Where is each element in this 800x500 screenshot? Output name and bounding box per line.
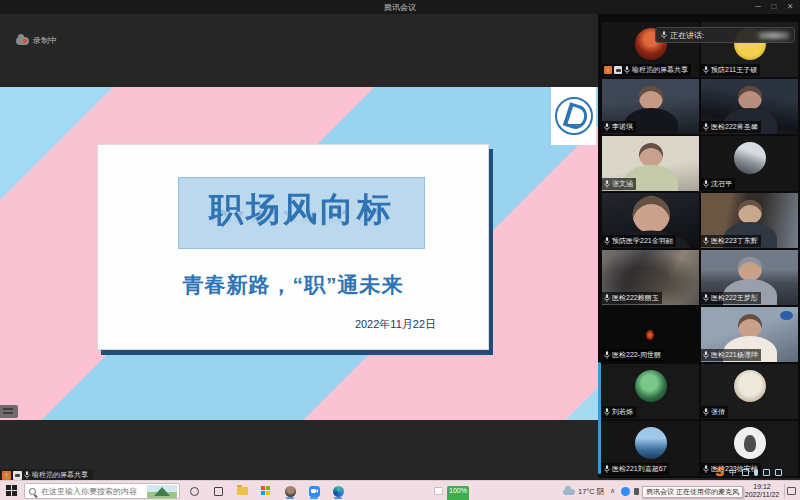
mic-icon: [624, 66, 630, 74]
mic-icon: [604, 465, 610, 473]
ime-toolbox-icon[interactable]: [775, 469, 782, 476]
mic-icon: [661, 31, 667, 39]
participant-tile[interactable]: 医检222赖丽玉: [602, 250, 699, 305]
mic-icon: [604, 408, 610, 416]
cloud-recording-icon: [16, 37, 29, 45]
avatar: [734, 370, 766, 402]
clock-date: 2022/11/22: [741, 491, 783, 499]
mic-icon: [703, 237, 709, 245]
participant-tile[interactable]: 沈召平: [701, 136, 798, 191]
participant-tile[interactable]: 医检221杨谨绅: [701, 307, 798, 362]
window-title: 腾讯会议: [0, 2, 800, 13]
participant-tile[interactable]: 张倩: [701, 364, 798, 419]
participant-name: 医检222蒋圣馨: [711, 122, 758, 132]
mic-icon: [703, 351, 709, 359]
participant-tile[interactable]: 张文涵: [602, 136, 699, 191]
participants-sidebar: ↑喻程浩的屏幕共享预防211王子硕李诺琪医检222蒋圣馨张文涵沈召平预防医学22…: [598, 14, 800, 478]
taskbar-search[interactable]: [24, 483, 180, 499]
mic-icon: [604, 123, 610, 131]
slide-card: 职场风向标 青春新路，“职”通未来 2022年11月22日: [97, 144, 489, 350]
tencent-meeting-button[interactable]: [308, 483, 320, 499]
participant-nameplate: 医检223丁东辉: [701, 235, 761, 247]
mic-icon: [604, 351, 610, 359]
sidebar-scrollbar[interactable]: [598, 362, 601, 474]
sogou-logo-icon[interactable]: S: [716, 466, 724, 479]
taskbar-clock[interactable]: 19:12 2022/11/22: [741, 483, 783, 500]
mic-icon: [703, 408, 709, 416]
slide-title-box: 职场风向标: [178, 177, 425, 249]
mic-usage-tooltip: 腾讯会议 正在使用你的麦克风: [642, 486, 743, 498]
speaking-indicator: 正在讲话:: [655, 27, 795, 43]
input-indicator-icon[interactable]: [434, 487, 443, 495]
participant-nameplate: 医检221杨谨绅: [701, 349, 761, 361]
participant-name: 预防211王子硕: [711, 65, 757, 75]
ime-pen-icon[interactable]: [742, 469, 749, 476]
mic-icon: [703, 294, 709, 302]
window-titlebar: 腾讯会议 ─ □ ✕: [0, 0, 800, 14]
slide-subtitle: 青春新路，“职”通未来: [98, 271, 488, 299]
participant-tile[interactable]: 医检222-周世丽: [602, 307, 699, 362]
participant-name: 李诺琪: [612, 122, 633, 132]
close-button[interactable]: ✕: [784, 1, 796, 13]
notification-center-icon[interactable]: [787, 487, 796, 495]
microsoft-store-button[interactable]: [260, 483, 272, 499]
participant-name: 医检222赖丽玉: [612, 293, 659, 303]
participant-tile[interactable]: 李诺琪: [602, 79, 699, 134]
avatar: [635, 427, 667, 459]
task-view-button[interactable]: [212, 483, 224, 499]
cortana-button[interactable]: [188, 483, 200, 499]
camera-icon: [13, 471, 22, 480]
participant-tile[interactable]: 医检222蒋圣馨: [701, 79, 798, 134]
participant-tile[interactable]: 刘若烁: [602, 364, 699, 419]
recording-indicator: 录制中: [16, 35, 57, 46]
participant-name: 医检223丁东辉: [711, 236, 758, 246]
ime-keyboard-icon[interactable]: [763, 469, 770, 476]
desktop-screen: 腾讯会议 ─ □ ✕ 录制中 职场风向标 青春新路，“职”通未: [0, 0, 800, 500]
sidebar-toggle-handle[interactable]: [0, 405, 18, 418]
search-icon: [29, 488, 36, 495]
speaking-names-blur: [759, 32, 789, 39]
participant-tile[interactable]: 预防医学221金羽翮: [602, 193, 699, 248]
file-explorer-button[interactable]: [236, 483, 248, 499]
maximize-button[interactable]: □: [768, 1, 780, 13]
ime-mode-toggle[interactable]: 中: [729, 467, 737, 478]
share-icon: ↑: [2, 471, 11, 480]
participant-tile[interactable]: 医检223丁东辉: [701, 193, 798, 248]
participant-name: 医检221刘嘉超67: [612, 464, 666, 474]
participant-name: 医检221杨谨绅: [711, 350, 758, 360]
participant-nameplate: 医检222蒋圣馨: [701, 121, 761, 133]
sharer-name: 喻程浩的屏幕共享: [32, 470, 88, 480]
participant-nameplate: 预防211王子硕: [701, 64, 760, 76]
main-stage: 录制中 职场风向标 青春新路，“职”通未来 2022年11月22日 ↑: [0, 14, 598, 480]
screen-share-view: 职场风向标 青春新路，“职”通未来 2022年11月22日: [0, 87, 598, 420]
participant-tile[interactable]: 医检221刘嘉超67: [602, 421, 699, 476]
mic-icon: [604, 237, 610, 245]
participant-name: 刘若烁: [612, 407, 633, 417]
tray-meeting-icon[interactable]: [621, 487, 630, 496]
mic-icon: [703, 66, 709, 74]
speaking-label: 正在讲话:: [670, 30, 704, 41]
mic-icon: [24, 471, 30, 479]
battery-badge: 100%: [447, 486, 469, 500]
search-highlight-image[interactable]: [147, 485, 177, 498]
participant-nameplate: 李诺琪: [602, 121, 636, 133]
start-button[interactable]: [6, 485, 18, 497]
weather-text[interactable]: 17°C 阴: [578, 487, 604, 500]
tray-expand-chevron[interactable]: ∧: [610, 487, 615, 500]
participant-nameplate: 刘若烁: [602, 406, 636, 418]
camera-icon: [614, 66, 622, 74]
ime-mic-icon[interactable]: [754, 469, 758, 476]
slide-title: 职场风向标: [179, 178, 424, 240]
participant-tile[interactable]: 医检222王梦彤: [701, 250, 798, 305]
participant-name: 喻程浩的屏幕共享: [632, 65, 688, 75]
minimize-button[interactable]: ─: [752, 1, 764, 13]
mic-icon: [703, 123, 709, 131]
show-desktop-divider: [784, 484, 785, 498]
app-avatar-button[interactable]: [284, 483, 296, 499]
search-input[interactable]: [39, 486, 144, 497]
sogou-ime-bar[interactable]: S 中: [716, 466, 782, 479]
edge-browser-button[interactable]: [332, 483, 344, 499]
participant-nameplate: 张倩: [701, 406, 728, 418]
avatar: [734, 142, 766, 174]
university-logo: [555, 97, 593, 135]
